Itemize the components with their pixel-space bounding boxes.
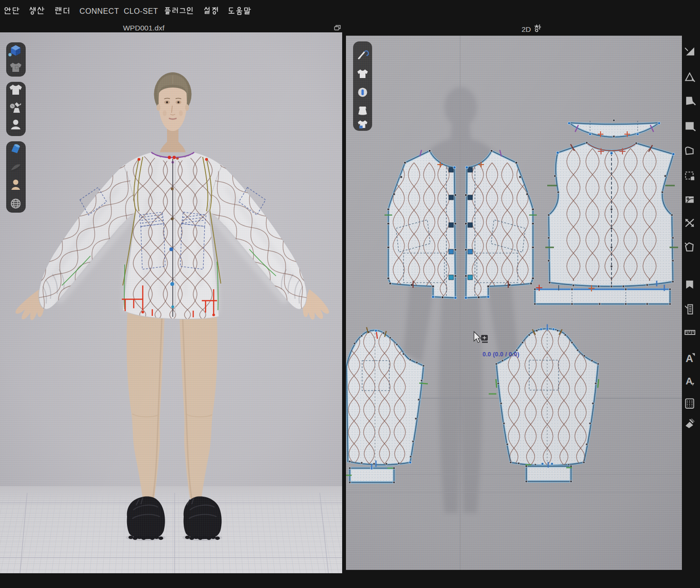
svg-text:CLO-SET: CLO-SET (124, 7, 158, 15)
svg-text:2D: 2D (522, 25, 531, 33)
svg-text:A: A (686, 375, 693, 386)
svg-text:CONNECT: CONNECT (79, 7, 119, 15)
svg-text:WPD001.dxf: WPD001.dxf (123, 24, 165, 32)
svg-text:A: A (686, 353, 693, 364)
